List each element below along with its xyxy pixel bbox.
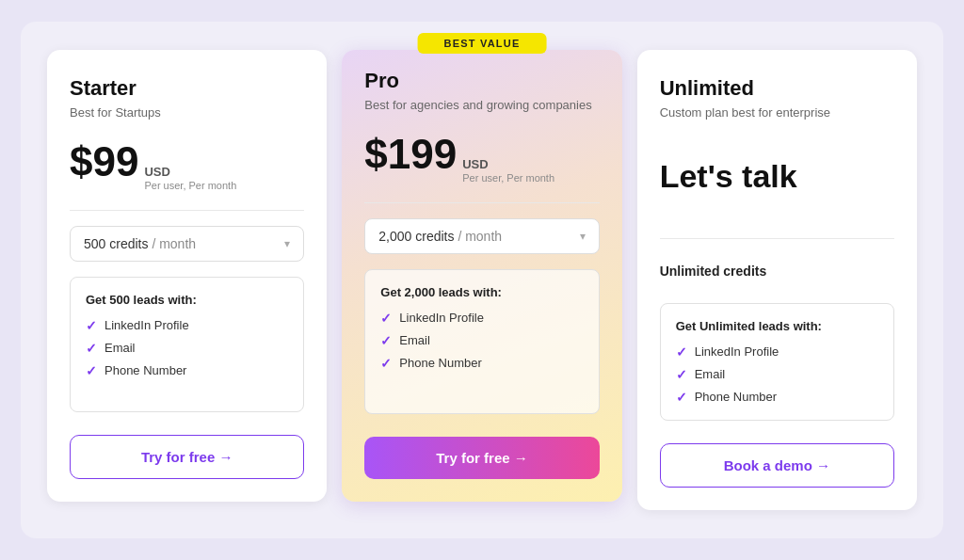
lead-email: Email (695, 367, 726, 381)
pro-credits-chevron: ▾ (580, 230, 586, 243)
lead-email: Email (399, 333, 430, 347)
starter-credits-label: 500 credits / month (84, 236, 196, 251)
check-icon: ✓ (676, 390, 687, 405)
pro-card: BEST VALUE Pro Best for agencies and gro… (342, 50, 621, 502)
list-item: ✓ LinkedIn Profile (676, 344, 878, 360)
list-item: ✓ Phone Number (86, 363, 288, 378)
check-icon: ✓ (676, 344, 687, 360)
list-item: ✓ Email (676, 367, 878, 382)
check-icon: ✓ (380, 356, 392, 371)
list-item: ✓ LinkedIn Profile (380, 311, 583, 326)
check-icon: ✓ (380, 333, 392, 348)
starter-credits-dropdown[interactable]: 500 credits / month ▾ (70, 226, 304, 262)
unlimited-plan-description: Custom plan best for enterprise (660, 104, 894, 121)
starter-plan-description: Best for Startups (70, 104, 304, 121)
lead-phone: Phone Number (695, 390, 777, 404)
check-icon: ✓ (86, 318, 97, 333)
starter-divider (70, 210, 304, 211)
lead-linkedin: LinkedIn Profile (695, 344, 779, 359)
pro-price-currency: USD (462, 158, 554, 170)
pro-cta-button[interactable]: Try for free → (364, 437, 599, 479)
unlimited-leads-title: Get Unlimited leads with: (676, 319, 878, 333)
unlimited-leads-section: Get Unlimited leads with: ✓ LinkedIn Pro… (660, 303, 894, 421)
unlimited-cta-button[interactable]: Book a demo → (660, 443, 894, 488)
pro-credits-label: 2,000 credits / month (378, 229, 502, 244)
starter-cta-button[interactable]: Try for free → (70, 435, 304, 479)
pro-price-period: Per user, Per month (462, 172, 554, 184)
pro-divider (364, 202, 599, 203)
check-icon: ✓ (86, 363, 97, 378)
starter-card: Starter Best for Startups $99 USD Per us… (47, 50, 327, 502)
pro-plan-name: Pro (364, 69, 599, 93)
list-item: ✓ Phone Number (676, 390, 878, 405)
starter-price-amount: $99 (70, 141, 138, 183)
starter-price-period: Per user, Per month (144, 180, 236, 191)
list-item: ✓ Email (380, 333, 583, 348)
starter-price-row: $99 USD Per user, Per month (70, 141, 304, 191)
unlimited-lets-talk: Let's talk (660, 141, 894, 223)
starter-price-currency: USD (144, 166, 236, 178)
starter-plan-name: Starter (70, 76, 304, 101)
starter-leads-section: Get 500 leads with: ✓ LinkedIn Profile ✓… (70, 277, 304, 413)
unlimited-card: Unlimited Custom plan best for enterpris… (637, 50, 917, 509)
pricing-wrapper: Starter Best for Startups $99 USD Per us… (21, 22, 943, 537)
best-value-badge: BEST VALUE (418, 33, 547, 54)
pro-plan-description: Best for agencies and growing companies (364, 97, 599, 114)
check-icon: ✓ (380, 311, 392, 326)
unlimited-plan-name: Unlimited (660, 76, 894, 101)
check-icon: ✓ (676, 367, 687, 382)
unlimited-credits-label: Unlimited credits (660, 254, 894, 288)
lead-linkedin: LinkedIn Profile (104, 318, 189, 332)
pro-price-amount: $199 (364, 134, 457, 175)
pro-price-row: $199 USD Per user, Per month (364, 134, 599, 184)
check-icon: ✓ (86, 341, 97, 356)
lead-linkedin: LinkedIn Profile (399, 311, 484, 325)
lead-email: Email (104, 341, 136, 355)
pro-credits-dropdown[interactable]: 2,000 credits / month ▾ (364, 218, 599, 254)
list-item: ✓ Email (86, 341, 288, 356)
unlimited-divider (660, 238, 894, 239)
pro-leads-title: Get 2,000 leads with: (380, 285, 583, 299)
list-item: ✓ LinkedIn Profile (86, 318, 288, 333)
list-item: ✓ Phone Number (380, 356, 583, 371)
starter-leads-title: Get 500 leads with: (86, 293, 288, 307)
lead-phone: Phone Number (399, 356, 481, 370)
starter-credits-chevron: ▾ (284, 237, 290, 250)
pro-leads-section: Get 2,000 leads with: ✓ LinkedIn Profile… (364, 269, 599, 415)
lead-phone: Phone Number (104, 363, 186, 377)
